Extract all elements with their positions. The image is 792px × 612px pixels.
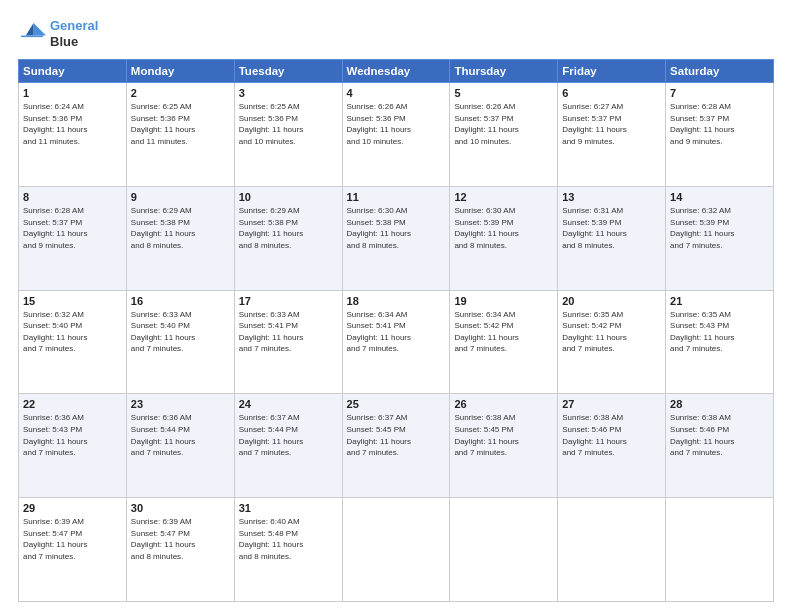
- calendar-header-friday: Friday: [558, 60, 666, 83]
- day-number: 19: [454, 295, 553, 307]
- calendar-cell: 5Sunrise: 6:26 AM Sunset: 5:37 PM Daylig…: [450, 83, 558, 187]
- day-info: Sunrise: 6:34 AM Sunset: 5:42 PM Dayligh…: [454, 309, 553, 355]
- calendar-cell: 12Sunrise: 6:30 AM Sunset: 5:39 PM Dayli…: [450, 186, 558, 290]
- day-info: Sunrise: 6:37 AM Sunset: 5:44 PM Dayligh…: [239, 412, 338, 458]
- calendar-cell: [666, 498, 774, 602]
- calendar-cell: 16Sunrise: 6:33 AM Sunset: 5:40 PM Dayli…: [126, 290, 234, 394]
- day-info: Sunrise: 6:29 AM Sunset: 5:38 PM Dayligh…: [131, 205, 230, 251]
- calendar-cell: 8Sunrise: 6:28 AM Sunset: 5:37 PM Daylig…: [19, 186, 127, 290]
- day-number: 22: [23, 398, 122, 410]
- calendar-cell: 2Sunrise: 6:25 AM Sunset: 5:36 PM Daylig…: [126, 83, 234, 187]
- day-info: Sunrise: 6:36 AM Sunset: 5:44 PM Dayligh…: [131, 412, 230, 458]
- calendar-cell: [558, 498, 666, 602]
- calendar-week-row: 22Sunrise: 6:36 AM Sunset: 5:43 PM Dayli…: [19, 394, 774, 498]
- day-number: 17: [239, 295, 338, 307]
- day-info: Sunrise: 6:28 AM Sunset: 5:37 PM Dayligh…: [23, 205, 122, 251]
- day-info: Sunrise: 6:39 AM Sunset: 5:47 PM Dayligh…: [131, 516, 230, 562]
- day-info: Sunrise: 6:40 AM Sunset: 5:48 PM Dayligh…: [239, 516, 338, 562]
- calendar-header-sunday: Sunday: [19, 60, 127, 83]
- day-number: 26: [454, 398, 553, 410]
- calendar-cell: 13Sunrise: 6:31 AM Sunset: 5:39 PM Dayli…: [558, 186, 666, 290]
- calendar-cell: 28Sunrise: 6:38 AM Sunset: 5:46 PM Dayli…: [666, 394, 774, 498]
- day-info: Sunrise: 6:39 AM Sunset: 5:47 PM Dayligh…: [23, 516, 122, 562]
- day-info: Sunrise: 6:30 AM Sunset: 5:38 PM Dayligh…: [347, 205, 446, 251]
- calendar-cell: 20Sunrise: 6:35 AM Sunset: 5:42 PM Dayli…: [558, 290, 666, 394]
- day-info: Sunrise: 6:25 AM Sunset: 5:36 PM Dayligh…: [131, 101, 230, 147]
- calendar-cell: 7Sunrise: 6:28 AM Sunset: 5:37 PM Daylig…: [666, 83, 774, 187]
- calendar-cell: 11Sunrise: 6:30 AM Sunset: 5:38 PM Dayli…: [342, 186, 450, 290]
- calendar-header-row: SundayMondayTuesdayWednesdayThursdayFrid…: [19, 60, 774, 83]
- calendar-cell: 29Sunrise: 6:39 AM Sunset: 5:47 PM Dayli…: [19, 498, 127, 602]
- day-number: 7: [670, 87, 769, 99]
- calendar-cell: 1Sunrise: 6:24 AM Sunset: 5:36 PM Daylig…: [19, 83, 127, 187]
- day-number: 18: [347, 295, 446, 307]
- day-info: Sunrise: 6:30 AM Sunset: 5:39 PM Dayligh…: [454, 205, 553, 251]
- calendar-header-tuesday: Tuesday: [234, 60, 342, 83]
- calendar-week-row: 29Sunrise: 6:39 AM Sunset: 5:47 PM Dayli…: [19, 498, 774, 602]
- day-number: 6: [562, 87, 661, 99]
- header: General Blue: [18, 18, 774, 49]
- calendar-cell: 19Sunrise: 6:34 AM Sunset: 5:42 PM Dayli…: [450, 290, 558, 394]
- calendar-cell: 17Sunrise: 6:33 AM Sunset: 5:41 PM Dayli…: [234, 290, 342, 394]
- calendar-cell: 3Sunrise: 6:25 AM Sunset: 5:36 PM Daylig…: [234, 83, 342, 187]
- day-info: Sunrise: 6:29 AM Sunset: 5:38 PM Dayligh…: [239, 205, 338, 251]
- svg-marker-1: [26, 23, 34, 35]
- day-number: 21: [670, 295, 769, 307]
- calendar-cell: 31Sunrise: 6:40 AM Sunset: 5:48 PM Dayli…: [234, 498, 342, 602]
- logo-text: General Blue: [50, 18, 98, 49]
- calendar-cell: 21Sunrise: 6:35 AM Sunset: 5:43 PM Dayli…: [666, 290, 774, 394]
- day-number: 25: [347, 398, 446, 410]
- day-info: Sunrise: 6:33 AM Sunset: 5:41 PM Dayligh…: [239, 309, 338, 355]
- day-number: 4: [347, 87, 446, 99]
- day-number: 28: [670, 398, 769, 410]
- day-info: Sunrise: 6:35 AM Sunset: 5:42 PM Dayligh…: [562, 309, 661, 355]
- day-info: Sunrise: 6:26 AM Sunset: 5:36 PM Dayligh…: [347, 101, 446, 147]
- svg-marker-0: [34, 23, 46, 35]
- day-number: 11: [347, 191, 446, 203]
- day-info: Sunrise: 6:35 AM Sunset: 5:43 PM Dayligh…: [670, 309, 769, 355]
- day-info: Sunrise: 6:38 AM Sunset: 5:45 PM Dayligh…: [454, 412, 553, 458]
- calendar-cell: 27Sunrise: 6:38 AM Sunset: 5:46 PM Dayli…: [558, 394, 666, 498]
- day-number: 10: [239, 191, 338, 203]
- day-number: 30: [131, 502, 230, 514]
- calendar-week-row: 15Sunrise: 6:32 AM Sunset: 5:40 PM Dayli…: [19, 290, 774, 394]
- calendar-cell: 23Sunrise: 6:36 AM Sunset: 5:44 PM Dayli…: [126, 394, 234, 498]
- svg-rect-2: [21, 35, 43, 37]
- day-number: 14: [670, 191, 769, 203]
- calendar-week-row: 1Sunrise: 6:24 AM Sunset: 5:36 PM Daylig…: [19, 83, 774, 187]
- day-number: 16: [131, 295, 230, 307]
- day-number: 2: [131, 87, 230, 99]
- day-number: 3: [239, 87, 338, 99]
- day-number: 23: [131, 398, 230, 410]
- calendar-cell: 22Sunrise: 6:36 AM Sunset: 5:43 PM Dayli…: [19, 394, 127, 498]
- day-number: 13: [562, 191, 661, 203]
- day-number: 1: [23, 87, 122, 99]
- day-number: 31: [239, 502, 338, 514]
- day-info: Sunrise: 6:32 AM Sunset: 5:39 PM Dayligh…: [670, 205, 769, 251]
- day-info: Sunrise: 6:28 AM Sunset: 5:37 PM Dayligh…: [670, 101, 769, 147]
- day-info: Sunrise: 6:33 AM Sunset: 5:40 PM Dayligh…: [131, 309, 230, 355]
- calendar-cell: 14Sunrise: 6:32 AM Sunset: 5:39 PM Dayli…: [666, 186, 774, 290]
- day-info: Sunrise: 6:34 AM Sunset: 5:41 PM Dayligh…: [347, 309, 446, 355]
- day-number: 15: [23, 295, 122, 307]
- page: General Blue SundayMondayTuesdayWednesda…: [0, 0, 792, 612]
- day-info: Sunrise: 6:25 AM Sunset: 5:36 PM Dayligh…: [239, 101, 338, 147]
- calendar-cell: 15Sunrise: 6:32 AM Sunset: 5:40 PM Dayli…: [19, 290, 127, 394]
- calendar-cell: 24Sunrise: 6:37 AM Sunset: 5:44 PM Dayli…: [234, 394, 342, 498]
- day-number: 8: [23, 191, 122, 203]
- logo: General Blue: [18, 18, 98, 49]
- calendar-table: SundayMondayTuesdayWednesdayThursdayFrid…: [18, 59, 774, 602]
- calendar-cell: 6Sunrise: 6:27 AM Sunset: 5:37 PM Daylig…: [558, 83, 666, 187]
- logo-icon: [18, 20, 46, 48]
- calendar-cell: 4Sunrise: 6:26 AM Sunset: 5:36 PM Daylig…: [342, 83, 450, 187]
- calendar-header-saturday: Saturday: [666, 60, 774, 83]
- calendar-cell: 25Sunrise: 6:37 AM Sunset: 5:45 PM Dayli…: [342, 394, 450, 498]
- day-info: Sunrise: 6:31 AM Sunset: 5:39 PM Dayligh…: [562, 205, 661, 251]
- calendar-cell: [450, 498, 558, 602]
- day-number: 12: [454, 191, 553, 203]
- day-info: Sunrise: 6:27 AM Sunset: 5:37 PM Dayligh…: [562, 101, 661, 147]
- day-info: Sunrise: 6:24 AM Sunset: 5:36 PM Dayligh…: [23, 101, 122, 147]
- calendar-cell: [342, 498, 450, 602]
- calendar-cell: 30Sunrise: 6:39 AM Sunset: 5:47 PM Dayli…: [126, 498, 234, 602]
- calendar-header-thursday: Thursday: [450, 60, 558, 83]
